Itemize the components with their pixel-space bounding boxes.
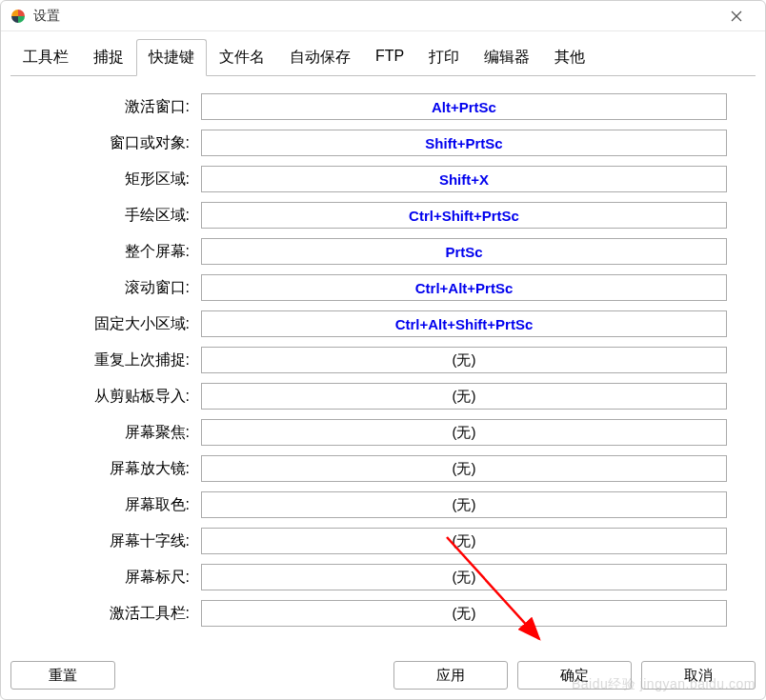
shortcut-label: 屏幕取色: [39,495,201,515]
shortcut-input[interactable]: (无) [201,455,727,482]
shortcut-label: 整个屏幕: [39,242,201,262]
app-icon [10,9,26,24]
shortcut-input[interactable]: (无) [201,564,727,590]
cancel-button[interactable]: 取消 [641,661,756,690]
shortcut-input[interactable]: Shift+X [201,166,727,192]
shortcut-input[interactable]: (无) [201,419,727,446]
shortcut-row: 屏幕十字线:(无) [39,528,727,554]
shortcut-row: 屏幕放大镜:(无) [39,455,727,482]
shortcut-row: 固定大小区域:Ctrl+Alt+Shift+PrtSc [39,310,727,337]
shortcut-label: 从剪贴板导入: [39,387,201,407]
shortcut-input[interactable]: Ctrl+Alt+PrtSc [201,274,727,301]
shortcut-input[interactable]: (无) [201,491,727,518]
tab-1[interactable]: 捕捉 [81,39,136,76]
tab-3[interactable]: 文件名 [207,39,277,76]
shortcut-input[interactable]: PrtSc [201,238,727,265]
tab-5[interactable]: FTP [363,39,416,76]
shortcut-input[interactable]: (无) [201,383,727,410]
shortcut-label: 屏幕十字线: [39,531,201,551]
shortcut-label: 矩形区域: [39,170,201,190]
shortcut-input[interactable]: (无) [201,600,727,627]
shortcut-label: 固定大小区域: [39,314,201,334]
shortcut-label: 屏幕放大镜: [39,459,201,479]
shortcut-input[interactable]: (无) [201,528,727,554]
shortcut-label: 滚动窗口: [39,278,201,298]
tab-4[interactable]: 自动保存 [277,39,363,76]
tab-0[interactable]: 工具栏 [10,39,81,76]
tab-8[interactable]: 其他 [542,39,597,76]
shortcut-row: 窗口或对象:Shift+PrtSc [39,130,727,156]
shortcut-label: 屏幕标尺: [39,568,201,588]
window-title: 设置 [33,8,717,25]
apply-button[interactable]: 应用 [393,661,508,690]
shortcut-input[interactable]: Shift+PrtSc [201,130,727,156]
tabs-container: 工具栏捕捉快捷键文件名自动保存FTP打印编辑器其他 [1,31,765,76]
shortcut-input[interactable]: Alt+PrtSc [201,93,727,120]
shortcut-label: 重复上次捕捉: [39,350,201,370]
shortcut-label: 屏幕聚焦: [39,423,201,443]
shortcut-row: 手绘区域:Ctrl+Shift+PrtSc [39,202,727,229]
shortcut-row: 屏幕标尺:(无) [39,564,727,590]
shortcut-row: 激活工具栏:(无) [39,600,727,627]
shortcut-label: 激活工具栏: [39,604,201,624]
shortcut-input[interactable]: (无) [201,347,727,373]
shortcut-row: 矩形区域:Shift+X [39,166,727,192]
shortcut-input[interactable]: Ctrl+Shift+PrtSc [201,202,727,229]
shortcut-input[interactable]: Ctrl+Alt+Shift+PrtSc [201,310,727,337]
titlebar: 设置 [1,1,765,31]
tab-6[interactable]: 打印 [416,39,472,76]
shortcut-row: 屏幕取色:(无) [39,491,727,518]
reset-button[interactable]: 重置 [10,661,115,690]
tab-7[interactable]: 编辑器 [472,39,542,76]
ok-button[interactable]: 确定 [517,661,632,690]
shortcut-row: 滚动窗口:Ctrl+Alt+PrtSc [39,274,727,301]
shortcut-row: 从剪贴板导入:(无) [39,383,727,410]
shortcut-label: 手绘区域: [39,206,201,226]
close-button[interactable] [717,3,756,30]
shortcut-row: 激活窗口:Alt+PrtSc [39,93,727,120]
tab-content-shortcuts: 激活窗口:Alt+PrtSc窗口或对象:Shift+PrtSc矩形区域:Shif… [10,75,756,646]
shortcut-row: 重复上次捕捉:(无) [39,347,727,373]
shortcut-label: 窗口或对象: [39,133,201,153]
shortcut-row: 整个屏幕:PrtSc [39,238,727,265]
shortcut-row: 屏幕聚焦:(无) [39,419,727,446]
tab-2[interactable]: 快捷键 [136,39,207,76]
button-bar: 重置 应用 确定 取消 [10,661,756,690]
shortcut-label: 激活窗口: [39,97,201,117]
